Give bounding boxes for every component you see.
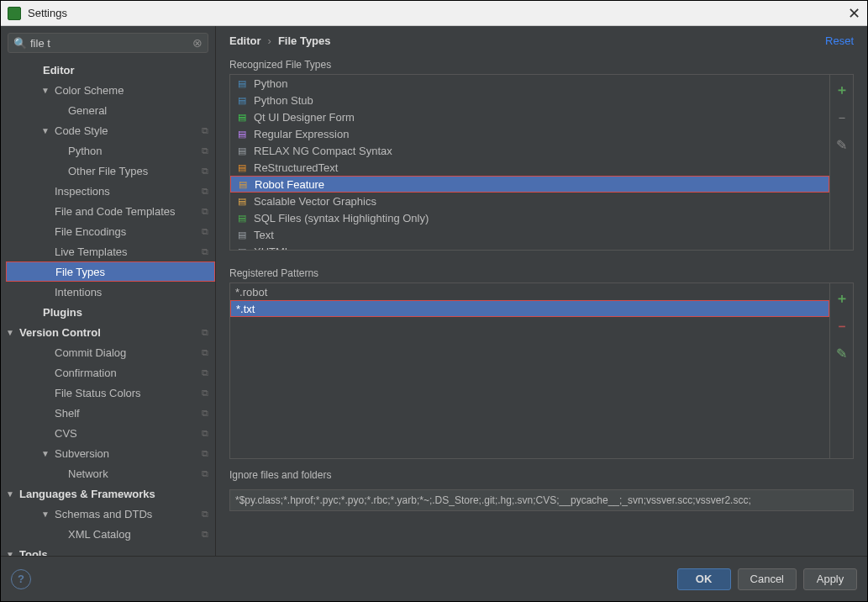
- sidebar-item-label: General: [68, 104, 107, 117]
- clear-search-icon[interactable]: ⊗: [192, 36, 203, 50]
- sidebar-item-color-scheme[interactable]: ▼Color Scheme: [6, 80, 215, 100]
- sidebar-item-label: File and Code Templates: [55, 205, 176, 218]
- sidebar-item-label: XML Catalog: [68, 528, 131, 541]
- sidebar-item-label: Live Templates: [55, 246, 127, 258]
- file-type-icon: ▤: [235, 161, 249, 174]
- sidebar-item-commit-dialog[interactable]: Commit Dialog⧉: [6, 342, 215, 362]
- file-types-list[interactable]: ▤Python▤Python Stub▤Qt UI Designer Form▤…: [230, 75, 829, 250]
- file-type-item[interactable]: ▤Python: [230, 75, 829, 92]
- file-type-item[interactable]: ▤Python Stub: [230, 92, 829, 108]
- file-type-item[interactable]: ▤XHTML: [230, 243, 829, 250]
- sidebar-item-network[interactable]: Network⧉: [6, 463, 215, 483]
- file-type-icon: ▤: [235, 77, 249, 90]
- project-scope-icon: ⧉: [202, 347, 208, 358]
- sidebar-item-editor[interactable]: Editor: [6, 60, 215, 80]
- sidebar-item-general[interactable]: General: [6, 100, 215, 120]
- sidebar-item-schemas-and-dtds[interactable]: ▼Schemas and DTDs⧉: [6, 504, 215, 524]
- chevron-icon: ▼: [41, 126, 50, 135]
- sidebar-item-label: Code Style: [55, 124, 108, 137]
- pattern-item[interactable]: *.robot: [230, 283, 829, 300]
- search-input[interactable]: [30, 37, 192, 50]
- sidebar-item-code-style[interactable]: ▼Code Style⧉: [6, 120, 215, 140]
- sidebar-item-version-control[interactable]: ▼Version Control⧉: [6, 322, 215, 342]
- ok-button[interactable]: OK: [677, 568, 731, 590]
- project-scope-icon: ⧉: [202, 509, 208, 520]
- reset-link[interactable]: Reset: [825, 34, 854, 47]
- file-type-label: Qt UI Designer Form: [254, 111, 355, 124]
- settings-main: Editor › File Types Reset Recognized Fil…: [216, 26, 867, 556]
- sidebar-item-tools[interactable]: ▼Tools: [6, 544, 215, 556]
- file-type-item[interactable]: ▤ReStructuredText: [230, 159, 829, 176]
- sidebar-item-subversion[interactable]: ▼Subversion⧉: [6, 443, 215, 463]
- file-type-item[interactable]: ▤RELAX NG Compact Syntax: [230, 142, 829, 159]
- pattern-item[interactable]: *.txt: [230, 300, 829, 317]
- search-icon: 🔍: [13, 37, 27, 50]
- sidebar-item-cvs[interactable]: CVS⧉: [6, 423, 215, 443]
- sidebar-item-other-file-types[interactable]: Other File Types⧉: [6, 161, 215, 181]
- project-scope-icon: ⧉: [202, 428, 208, 439]
- sidebar-item-label: File Encodings: [55, 225, 126, 238]
- chevron-icon: ▼: [41, 449, 50, 458]
- sidebar-item-file-encodings[interactable]: File Encodings⧉: [6, 221, 215, 241]
- edit-pattern-button[interactable]: ✎: [836, 346, 847, 362]
- sidebar-item-confirmation[interactable]: Confirmation⧉: [6, 362, 215, 383]
- sidebar-item-plugins[interactable]: Plugins: [6, 302, 215, 322]
- sidebar-item-label: Shelf: [55, 407, 80, 420]
- file-type-item[interactable]: ▤Scalable Vector Graphics: [230, 193, 829, 209]
- apply-button[interactable]: Apply: [803, 568, 857, 590]
- add-pattern-button[interactable]: ＋: [835, 290, 849, 308]
- sidebar-item-label: Editor: [43, 64, 75, 77]
- settings-tree[interactable]: Editor▼Color SchemeGeneral▼Code Style⧉Py…: [1, 60, 215, 556]
- project-scope-icon: ⧉: [202, 186, 208, 197]
- section-title-patterns: Registered Patterns: [216, 262, 867, 283]
- sidebar-item-inspections[interactable]: Inspections⧉: [6, 181, 215, 201]
- chevron-icon: ▼: [6, 489, 14, 499]
- edit-file-type-button[interactable]: ✎: [836, 137, 847, 153]
- close-icon[interactable]: ✕: [848, 4, 860, 23]
- search-input-wrap[interactable]: 🔍 ⊗: [8, 33, 208, 53]
- project-scope-icon: ⧉: [202, 246, 208, 257]
- sidebar-item-shelf[interactable]: Shelf⧉: [6, 403, 215, 423]
- project-scope-icon: ⧉: [202, 367, 208, 378]
- sidebar-item-live-templates[interactable]: Live Templates⧉: [6, 241, 215, 261]
- chevron-icon: ▼: [6, 550, 14, 557]
- file-type-label: XHTML: [254, 246, 291, 251]
- breadcrumb-part: File Types: [278, 34, 331, 47]
- file-type-item[interactable]: ▤SQL Files (syntax Highlighting Only): [230, 209, 829, 226]
- breadcrumb: Editor › File Types: [229, 34, 331, 47]
- file-type-item[interactable]: ▤Robot Feature: [230, 176, 829, 193]
- cancel-button[interactable]: Cancel: [738, 568, 797, 590]
- project-scope-icon: ⧉: [202, 448, 208, 459]
- sidebar-item-label: Plugins: [43, 306, 82, 319]
- sidebar-item-file-status-colors[interactable]: File Status Colors⧉: [6, 383, 215, 403]
- sidebar-item-languages-frameworks[interactable]: ▼Languages & Frameworks: [6, 483, 215, 504]
- file-type-item[interactable]: ▤Qt UI Designer Form: [230, 108, 829, 125]
- project-scope-icon: ⧉: [202, 327, 208, 338]
- help-button[interactable]: ?: [11, 569, 31, 589]
- sidebar-item-label: Network: [68, 467, 108, 480]
- pattern-label: *.txt: [236, 303, 255, 315]
- file-type-icon: ▤: [235, 211, 249, 224]
- sidebar-item-file-and-code-templates[interactable]: File and Code Templates⧉: [6, 201, 215, 221]
- file-type-icon: ▤: [235, 110, 249, 124]
- file-type-item[interactable]: ▤Text: [230, 226, 829, 243]
- remove-pattern-button[interactable]: －: [835, 318, 849, 335]
- sidebar-item-label: Color Scheme: [55, 84, 124, 97]
- sidebar-item-python[interactable]: Python⧉: [6, 140, 215, 161]
- patterns-list[interactable]: *.robot*.txt: [230, 283, 829, 458]
- remove-file-type-button[interactable]: －: [835, 109, 849, 127]
- window-title: Settings: [28, 7, 67, 19]
- ignore-files-input[interactable]: [229, 489, 854, 511]
- sidebar-item-label: Subversion: [55, 447, 109, 460]
- project-scope-icon: ⧉: [202, 166, 208, 177]
- sidebar-item-intentions[interactable]: Intentions: [6, 282, 215, 302]
- patterns-list-panel: *.robot*.txt ＋ － ✎: [229, 283, 854, 459]
- sidebar-item-label: Schemas and DTDs: [55, 508, 152, 520]
- sidebar-item-xml-catalog[interactable]: XML Catalog⧉: [6, 524, 215, 544]
- file-type-item[interactable]: ▤Regular Expression: [230, 125, 829, 142]
- section-title-recognized: Recognized File Types: [216, 54, 867, 74]
- chevron-icon: ▼: [6, 328, 14, 337]
- add-file-type-button[interactable]: ＋: [835, 82, 849, 99]
- project-scope-icon: ⧉: [202, 145, 208, 156]
- sidebar-item-file-types[interactable]: File Types: [6, 261, 215, 282]
